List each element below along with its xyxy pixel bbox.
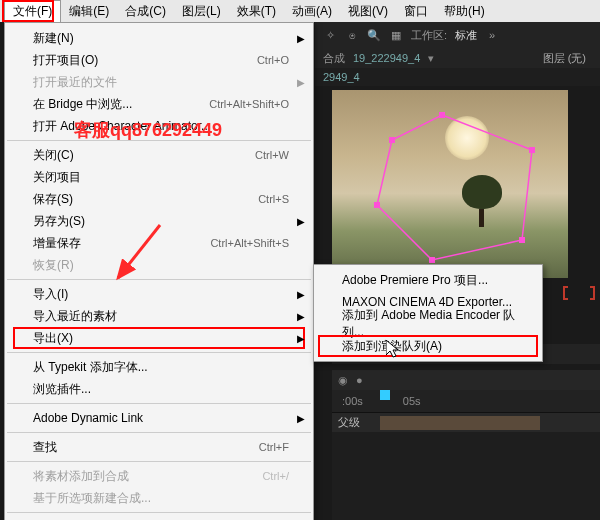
menu-help[interactable]: 帮助(H) [436,1,493,22]
playhead[interactable] [380,390,390,400]
menu-open-ca-label: 打开 Adobe Character Animator... [33,118,211,135]
composition-viewer[interactable] [332,90,568,278]
menu-close[interactable]: 关闭(C)Ctrl+W [5,144,313,166]
submenu-render-queue[interactable]: 添加到渲染队列(A) [314,335,542,357]
chevron-right-icon: ▶ [297,216,305,227]
menu-revert: 恢复(R) [5,254,313,276]
submenu-premiere[interactable]: Adobe Premiere Pro 项目... [314,269,542,291]
preview-image [332,90,568,278]
chevron-right-icon: ▶ [297,289,305,300]
menu-find[interactable]: 查找Ctrl+F [5,436,313,458]
menu-browse-tpl-label: 浏览插件... [33,381,91,398]
menu-file[interactable]: 文件(F) [4,0,61,22]
shortcut: Ctrl+W [255,149,289,161]
secondary-toolbar: ✧ ⍟ 🔍 ▦ 工作区: 标准 » [315,22,600,48]
eye-icon[interactable]: ◉ [338,374,348,387]
timeline-panel: ◉ ● :00s 05s 父级 [332,370,600,520]
ruler-tick: :00s [342,395,363,407]
comp-prefix: 合成 [323,51,345,66]
menu-new-comp-from-selection: 基于所选项新建合成... [5,487,313,509]
chevron-right-icon: ▶ [297,311,305,322]
chevron-down-icon[interactable]: ▾ [428,52,434,65]
comp-tab[interactable]: 19_222949_4 [353,52,420,64]
menu-close-project[interactable]: 关闭项目 [5,166,313,188]
shortcut: Ctrl+O [257,54,289,66]
timeline-header: ◉ ● [332,370,600,390]
menu-export[interactable]: 导出(X)▶ [5,327,313,349]
breadcrumb-bar: 2949_4 [315,68,600,86]
breadcrumb-item[interactable]: 2949_4 [323,71,360,83]
submenu-premiere-label: Adobe Premiere Pro 项目... [342,272,488,289]
menu-export-label: 导出(X) [33,330,73,347]
submenu-ame[interactable]: 添加到 Adobe Media Encoder 队列... [314,313,542,335]
menu-open-character-animator[interactable]: 打开 Adobe Character Animator... [5,115,313,137]
svg-rect-5 [374,202,380,208]
menu-new-label: 新建(N) [33,30,74,47]
menu-edit[interactable]: 编辑(E) [61,1,117,22]
person-icon[interactable]: ⍟ [345,28,359,42]
layer-info: 图层 (无) [543,51,586,66]
menu-layer[interactable]: 图层(L) [174,1,229,22]
workspace-value[interactable]: 标准 [455,28,477,43]
menu-import[interactable]: 导入(I)▶ [5,283,313,305]
menu-open-project[interactable]: 打开项目(O)Ctrl+O [5,49,313,71]
menu-increment-save[interactable]: 增量保存Ctrl+Alt+Shift+S [5,232,313,254]
menu-browse-bridge-label: 在 Bridge 中浏览... [33,96,132,113]
shortcut: Ctrl+F [259,441,289,453]
snap-icon[interactable]: ✧ [323,28,337,42]
separator [7,403,311,404]
svg-rect-4 [429,257,435,263]
mask-path[interactable] [372,110,552,273]
separator [7,279,311,280]
menu-import-recent[interactable]: 导入最近的素材▶ [5,305,313,327]
menu-new[interactable]: 新建(N)▶ [5,27,313,49]
separator [7,461,311,462]
separator [7,432,311,433]
menu-consolidate[interactable]: 整理工程(文件)▶ [5,516,313,520]
parent-column: 父级 [338,415,360,430]
shortcut: Ctrl+Alt+Shift+S [210,237,289,249]
layer-bar[interactable] [380,416,540,430]
menu-open-project-label: 打开项目(O) [33,52,98,69]
menu-browse-bridge[interactable]: 在 Bridge 中浏览...Ctrl+Alt+Shift+O [5,93,313,115]
menu-find-label: 查找 [33,439,57,456]
chevron-right-icon[interactable]: » [485,28,499,42]
ruler-tick: 05s [403,395,421,407]
menu-save-label: 保存(S) [33,191,73,208]
svg-rect-3 [519,237,525,243]
menu-view[interactable]: 视图(V) [340,1,396,22]
menu-import-label: 导入(I) [33,286,68,303]
menu-save-as[interactable]: 另存为(S)▶ [5,210,313,232]
chevron-right-icon: ▶ [297,413,305,424]
svg-rect-6 [389,137,395,143]
menu-revert-label: 恢复(R) [33,257,74,274]
menu-dynamic-link[interactable]: Adobe Dynamic Link▶ [5,407,313,429]
menu-animation[interactable]: 动画(A) [284,1,340,22]
shortcut: Ctrl+Alt+Shift+O [209,98,289,110]
grid-icon[interactable]: ▦ [389,28,403,42]
menu-incsave-label: 增量保存 [33,235,81,252]
search-icon[interactable]: 🔍 [367,28,381,42]
menu-save[interactable]: 保存(S)Ctrl+S [5,188,313,210]
svg-marker-0 [377,115,532,260]
separator [7,512,311,513]
menu-window[interactable]: 窗口 [396,1,436,22]
separator [7,352,311,353]
menu-close-label: 关闭(C) [33,147,74,164]
workspace-label: 工作区: [411,28,447,43]
menu-composition[interactable]: 合成(C) [117,1,174,22]
chevron-right-icon: ▶ [297,77,305,88]
menu-save-as-label: 另存为(S) [33,213,85,230]
lock-icon[interactable]: ● [356,374,363,386]
menu-typekit[interactable]: 从 Typekit 添加字体... [5,356,313,378]
menu-typekit-label: 从 Typekit 添加字体... [33,359,148,376]
chevron-right-icon: ▶ [297,333,305,344]
menu-add-to-comp: 将素材添加到合成Ctrl+/ [5,465,313,487]
time-ruler[interactable]: :00s 05s [332,390,600,412]
menu-effect[interactable]: 效果(T) [229,1,284,22]
separator [7,140,311,141]
menu-browse-plugins[interactable]: 浏览插件... [5,378,313,400]
svg-rect-1 [439,112,445,118]
menu-adl-label: Adobe Dynamic Link [33,411,143,425]
file-dropdown: 新建(N)▶ 打开项目(O)Ctrl+O 打开最近的文件▶ 在 Bridge 中… [4,22,314,520]
